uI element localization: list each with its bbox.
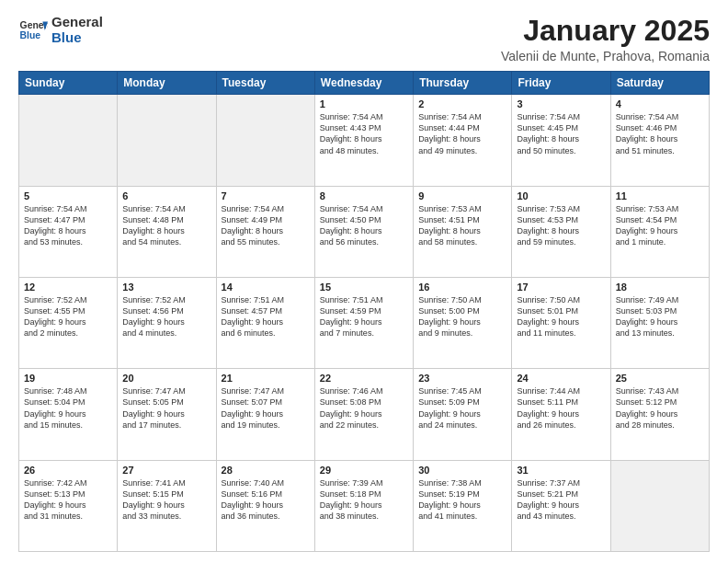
page: General Blue General Blue January 2025 V… (0, 0, 728, 563)
calendar-cell: 6Sunrise: 7:54 AM Sunset: 4:48 PM Daylig… (118, 186, 216, 277)
calendar-cell: 27Sunrise: 7:41 AM Sunset: 5:15 PM Dayli… (118, 460, 216, 551)
day-info: Sunrise: 7:50 AM Sunset: 5:00 PM Dayligh… (418, 294, 506, 339)
day-info: Sunrise: 7:37 AM Sunset: 5:21 PM Dayligh… (517, 477, 605, 523)
logo: General Blue General Blue (18, 15, 103, 45)
day-number: 22 (320, 373, 408, 384)
calendar-cell: 13Sunrise: 7:52 AM Sunset: 4:56 PM Dayli… (118, 277, 216, 368)
day-number: 8 (320, 190, 408, 201)
calendar-cell: 24Sunrise: 7:44 AM Sunset: 5:11 PM Dayli… (512, 369, 610, 460)
calendar-cell: 7Sunrise: 7:54 AM Sunset: 4:49 PM Daylig… (216, 186, 314, 277)
calendar-cell (19, 95, 118, 186)
day-number: 15 (320, 282, 408, 293)
calendar-week-row: 12Sunrise: 7:52 AM Sunset: 4:55 PM Dayli… (19, 277, 710, 368)
day-info: Sunrise: 7:54 AM Sunset: 4:47 PM Dayligh… (24, 203, 112, 248)
day-info: Sunrise: 7:54 AM Sunset: 4:44 PM Dayligh… (418, 111, 506, 156)
month-title: January 2025 (501, 15, 710, 47)
header-tuesday: Tuesday (216, 72, 314, 95)
calendar-cell: 12Sunrise: 7:52 AM Sunset: 4:55 PM Dayli… (19, 277, 118, 368)
day-number: 2 (418, 98, 506, 109)
calendar-cell: 19Sunrise: 7:48 AM Sunset: 5:04 PM Dayli… (19, 369, 118, 460)
day-number: 12 (24, 282, 112, 293)
day-info: Sunrise: 7:42 AM Sunset: 5:13 PM Dayligh… (24, 477, 112, 523)
day-number: 23 (418, 373, 506, 384)
calendar-cell: 30Sunrise: 7:38 AM Sunset: 5:19 PM Dayli… (414, 460, 512, 551)
day-number: 4 (616, 98, 704, 109)
calendar-cell: 15Sunrise: 7:51 AM Sunset: 4:59 PM Dayli… (314, 277, 413, 368)
calendar-cell (118, 95, 216, 186)
calendar-cell: 23Sunrise: 7:45 AM Sunset: 5:09 PM Dayli… (414, 369, 512, 460)
day-number: 27 (122, 465, 210, 476)
day-number: 6 (122, 190, 210, 201)
title-section: January 2025 Valenii de Munte, Prahova, … (501, 15, 710, 63)
header-thursday: Thursday (414, 72, 512, 95)
day-info: Sunrise: 7:53 AM Sunset: 4:51 PM Dayligh… (418, 203, 506, 248)
calendar-cell: 5Sunrise: 7:54 AM Sunset: 4:47 PM Daylig… (19, 186, 118, 277)
day-number: 18 (616, 282, 704, 293)
day-info: Sunrise: 7:43 AM Sunset: 5:12 PM Dayligh… (616, 385, 704, 431)
calendar-cell: 26Sunrise: 7:42 AM Sunset: 5:13 PM Dayli… (19, 460, 118, 551)
header-wednesday: Wednesday (314, 72, 413, 95)
calendar-cell: 31Sunrise: 7:37 AM Sunset: 5:21 PM Dayli… (512, 460, 610, 551)
location-subtitle: Valenii de Munte, Prahova, Romania (501, 49, 710, 63)
day-info: Sunrise: 7:38 AM Sunset: 5:19 PM Dayligh… (418, 477, 506, 523)
calendar-cell: 9Sunrise: 7:53 AM Sunset: 4:51 PM Daylig… (414, 186, 512, 277)
top-section: General Blue General Blue January 2025 V… (18, 15, 710, 63)
calendar-week-row: 1Sunrise: 7:54 AM Sunset: 4:43 PM Daylig… (19, 95, 710, 186)
day-number: 29 (320, 465, 408, 476)
day-number: 17 (517, 282, 605, 293)
day-number: 14 (222, 282, 310, 293)
calendar-week-row: 5Sunrise: 7:54 AM Sunset: 4:47 PM Daylig… (19, 186, 710, 277)
logo-line2: Blue (51, 30, 103, 46)
day-info: Sunrise: 7:48 AM Sunset: 5:04 PM Dayligh… (24, 385, 112, 431)
calendar-cell: 14Sunrise: 7:51 AM Sunset: 4:57 PM Dayli… (216, 277, 314, 368)
day-info: Sunrise: 7:41 AM Sunset: 5:15 PM Dayligh… (122, 477, 210, 523)
header-monday: Monday (118, 72, 216, 95)
svg-text:Blue: Blue (20, 29, 41, 40)
day-number: 1 (320, 98, 408, 109)
day-number: 30 (418, 465, 506, 476)
day-number: 3 (517, 98, 605, 109)
header-saturday: Saturday (610, 72, 709, 95)
day-info: Sunrise: 7:54 AM Sunset: 4:45 PM Dayligh… (517, 111, 605, 156)
calendar-cell: 2Sunrise: 7:54 AM Sunset: 4:44 PM Daylig… (414, 95, 512, 186)
logo-line1: General (51, 15, 103, 30)
calendar-cell: 16Sunrise: 7:50 AM Sunset: 5:00 PM Dayli… (414, 277, 512, 368)
calendar-cell: 29Sunrise: 7:39 AM Sunset: 5:18 PM Dayli… (314, 460, 413, 551)
day-number: 19 (24, 373, 112, 384)
day-info: Sunrise: 7:52 AM Sunset: 4:56 PM Dayligh… (122, 294, 210, 339)
day-info: Sunrise: 7:44 AM Sunset: 5:11 PM Dayligh… (517, 385, 605, 431)
day-number: 10 (517, 190, 605, 201)
calendar-cell: 18Sunrise: 7:49 AM Sunset: 5:03 PM Dayli… (610, 277, 709, 368)
day-number: 7 (222, 190, 310, 201)
day-number: 24 (517, 373, 605, 384)
day-info: Sunrise: 7:54 AM Sunset: 4:50 PM Dayligh… (320, 203, 408, 248)
day-info: Sunrise: 7:45 AM Sunset: 5:09 PM Dayligh… (418, 385, 506, 431)
day-number: 28 (222, 465, 310, 476)
day-info: Sunrise: 7:54 AM Sunset: 4:48 PM Dayligh… (122, 203, 210, 248)
calendar-week-row: 26Sunrise: 7:42 AM Sunset: 5:13 PM Dayli… (19, 460, 710, 551)
day-number: 16 (418, 282, 506, 293)
day-info: Sunrise: 7:53 AM Sunset: 4:54 PM Dayligh… (616, 203, 704, 248)
calendar-cell: 22Sunrise: 7:46 AM Sunset: 5:08 PM Dayli… (314, 369, 413, 460)
calendar-cell: 25Sunrise: 7:43 AM Sunset: 5:12 PM Dayli… (610, 369, 709, 460)
day-number: 20 (122, 373, 210, 384)
day-number: 9 (418, 190, 506, 201)
header-friday: Friday (512, 72, 610, 95)
day-number: 21 (222, 373, 310, 384)
calendar-cell: 1Sunrise: 7:54 AM Sunset: 4:43 PM Daylig… (314, 95, 413, 186)
day-info: Sunrise: 7:46 AM Sunset: 5:08 PM Dayligh… (320, 385, 408, 431)
calendar-cell (610, 460, 709, 551)
day-info: Sunrise: 7:52 AM Sunset: 4:55 PM Dayligh… (24, 294, 112, 339)
day-info: Sunrise: 7:53 AM Sunset: 4:53 PM Dayligh… (517, 203, 605, 248)
day-info: Sunrise: 7:49 AM Sunset: 5:03 PM Dayligh… (616, 294, 704, 339)
calendar-cell: 20Sunrise: 7:47 AM Sunset: 5:05 PM Dayli… (118, 369, 216, 460)
day-info: Sunrise: 7:47 AM Sunset: 5:05 PM Dayligh… (122, 385, 210, 431)
calendar-cell: 10Sunrise: 7:53 AM Sunset: 4:53 PM Dayli… (512, 186, 610, 277)
day-info: Sunrise: 7:54 AM Sunset: 4:43 PM Dayligh… (320, 111, 408, 156)
calendar-cell (216, 95, 314, 186)
day-number: 11 (616, 190, 704, 201)
day-number: 26 (24, 465, 112, 476)
day-info: Sunrise: 7:50 AM Sunset: 5:01 PM Dayligh… (517, 294, 605, 339)
calendar-cell: 11Sunrise: 7:53 AM Sunset: 4:54 PM Dayli… (610, 186, 709, 277)
day-info: Sunrise: 7:54 AM Sunset: 4:46 PM Dayligh… (616, 111, 704, 156)
